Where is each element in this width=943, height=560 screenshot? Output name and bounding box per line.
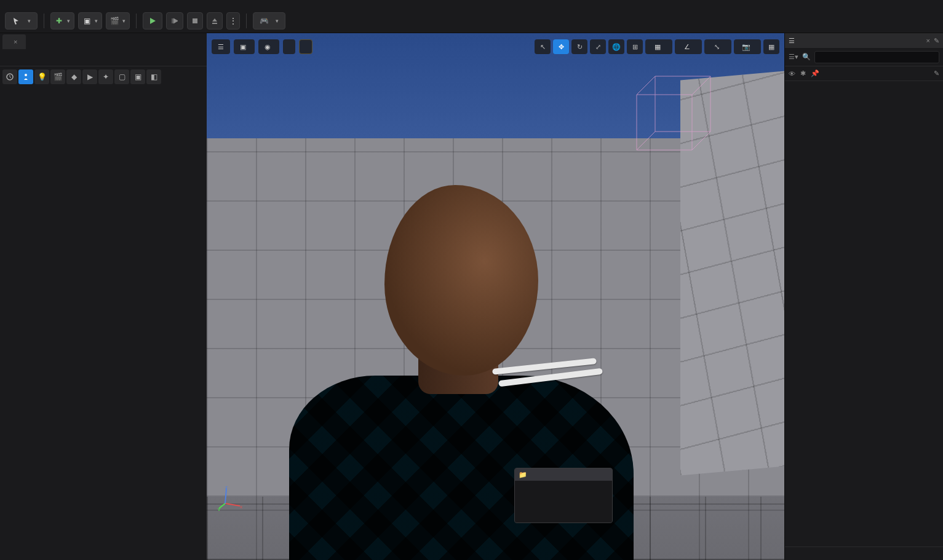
more-play-button[interactable]: ⋮ <box>226 12 240 30</box>
outliner-search-input[interactable] <box>814 51 939 63</box>
svg-point-2 <box>25 74 27 76</box>
list-icon: ☰ <box>789 37 795 45</box>
strip-lights-button[interactable]: 💡 <box>34 69 49 84</box>
strip-cinematic-button[interactable]: 🎬 <box>50 69 65 84</box>
step-icon <box>170 17 179 25</box>
play-icon <box>148 17 157 25</box>
strip-vfx-button[interactable]: ✦ <box>98 69 113 84</box>
svg-text:z: z <box>225 486 228 490</box>
platforms-button[interactable]: 🎮 ▾ <box>253 12 285 30</box>
perspective-button[interactable]: ▣ <box>234 39 255 54</box>
svg-line-3 <box>225 503 240 506</box>
outliner-tab[interactable]: ☰ × ✎ <box>785 33 943 48</box>
scalability-button[interactable] <box>299 39 312 54</box>
lit-button[interactable]: ◉ <box>258 39 279 54</box>
angle-snap-button[interactable]: ∠ <box>675 39 702 54</box>
cursor-icon <box>12 17 20 25</box>
blueprint-button[interactable]: ▣ ▾ <box>78 12 102 30</box>
settings-icon[interactable]: ✎ <box>934 37 939 45</box>
strip-basic-button[interactable] <box>18 69 33 84</box>
sphere-icon: ◉ <box>265 43 271 51</box>
strip-geo-button[interactable]: ◧ <box>146 69 161 84</box>
gamepad-icon: 🎮 <box>260 17 268 25</box>
strip-all-button[interactable]: ▣ <box>130 69 145 84</box>
strip-recent-button[interactable] <box>2 69 17 84</box>
translate-tool-button[interactable]: ✥ <box>553 39 569 54</box>
scale-snap-button[interactable]: ⤡ <box>704 39 731 54</box>
eject-icon <box>211 17 218 25</box>
add-content-button[interactable]: ✚ ▾ <box>50 12 74 30</box>
selection-mode-button[interactable]: ▾ <box>5 12 38 30</box>
sequencer-button[interactable]: 🎬 ▾ <box>106 12 130 30</box>
viewport-layout-button[interactable]: ▦ <box>763 39 779 54</box>
select-tool-button[interactable]: ↖ <box>535 39 551 54</box>
main-toolbar: ▾ ✚ ▾ ▣ ▾ 🎬 ▾ ⋮ 🎮 ▾ <box>0 9 943 33</box>
cube-icon: ▣ <box>240 43 246 51</box>
brush-icon[interactable]: ✎ <box>934 69 939 77</box>
grid-snap-button[interactable]: ▦ <box>645 39 672 54</box>
star-icon[interactable]: ✱ <box>800 69 806 77</box>
svg-text:x: x <box>240 504 242 510</box>
folder-icon: 📁 <box>519 471 527 479</box>
svg-text:y: y <box>218 507 220 511</box>
place-actors-panel: × 💡 🎬 ◆ ▶ ✦ ▢ ▣ ◧ <box>0 33 207 560</box>
surface-snap-button[interactable]: ⊞ <box>627 39 643 54</box>
strip-shapes-button[interactable]: ◆ <box>66 69 81 84</box>
chevron-down-icon: ▾ <box>28 18 31 24</box>
outliner-panel: ☰ × ✎ ☰▾ 🔍 👁 ✱ 📌 ✎ <box>784 33 943 560</box>
play-options-button[interactable] <box>166 12 183 30</box>
close-icon[interactable]: × <box>926 37 930 44</box>
play-button[interactable] <box>143 12 162 30</box>
rotate-tool-button[interactable]: ↻ <box>571 39 587 54</box>
close-icon[interactable]: × <box>14 38 17 45</box>
section-label <box>0 87 207 95</box>
viewport[interactable]: x y z 📁 ☰ ▣ ◉ <box>207 33 784 560</box>
world-local-button[interactable]: 🌐 <box>608 39 624 54</box>
folder-preview-popup[interactable]: 📁 <box>514 468 613 523</box>
viewport-menu-button[interactable]: ☰ <box>212 39 230 54</box>
search-icon: 🔍 <box>802 53 811 61</box>
pin-icon[interactable]: 📌 <box>811 69 819 77</box>
strip-media-button[interactable]: ▶ <box>82 69 97 84</box>
refl-capture-wireframe <box>624 70 723 156</box>
clapperboard-icon: 🎬 <box>110 17 119 25</box>
svg-rect-0 <box>193 18 197 23</box>
blueprint-icon: ▣ <box>82 17 91 25</box>
filter-button[interactable]: ☰▾ <box>789 53 798 61</box>
stop-icon <box>191 17 199 25</box>
strip-volumes-button[interactable]: ▢ <box>114 69 129 84</box>
place-actors-tab[interactable]: × <box>2 34 26 49</box>
cube-plus-icon: ✚ <box>55 17 63 25</box>
show-button[interactable] <box>283 39 295 54</box>
eject-button[interactable] <box>207 12 223 30</box>
svg-line-7 <box>225 489 226 503</box>
eye-icon[interactable]: 👁 <box>789 70 795 77</box>
scale-tool-button[interactable]: ⤢ <box>590 39 606 54</box>
stop-button[interactable] <box>187 12 203 30</box>
axis-gizmo: x y z <box>218 486 242 511</box>
outliner-status <box>785 546 943 560</box>
camera-speed-button[interactable]: 📷 <box>734 39 761 54</box>
